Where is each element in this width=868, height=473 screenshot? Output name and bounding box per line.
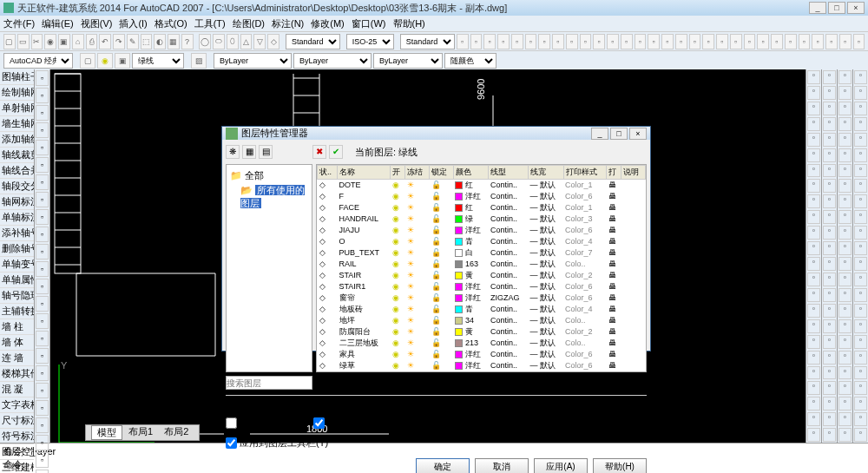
tool-button[interactable]: ▫ bbox=[838, 164, 852, 178]
tz-item[interactable]: 添补轴号 bbox=[0, 226, 34, 241]
toolbar-button[interactable]: ⎙ bbox=[86, 34, 98, 49]
tool-button[interactable]: ▫ bbox=[36, 348, 49, 364]
tool-button[interactable]: ▫ bbox=[36, 192, 49, 207]
toolbar-button[interactable]: ▫ bbox=[607, 34, 619, 49]
tool-button[interactable]: ▫ bbox=[838, 194, 852, 208]
filter-tree[interactable]: 📁 全部 📂 所有使用的图层 bbox=[226, 164, 312, 372]
tool-button[interactable]: ▫ bbox=[838, 179, 852, 193]
grid-header[interactable]: 状.. bbox=[318, 166, 338, 180]
tz-item[interactable]: 墙 柱 bbox=[0, 319, 34, 335]
tool-button[interactable]: ▫ bbox=[838, 319, 852, 333]
tool-button[interactable]: ▫ bbox=[823, 288, 836, 302]
tz-item[interactable]: 删除轴号 bbox=[0, 241, 34, 257]
tool-button[interactable]: ▫ bbox=[854, 428, 867, 442]
new-filter-icon[interactable]: ❋ bbox=[226, 145, 240, 159]
tool-button[interactable]: ▫ bbox=[36, 313, 49, 329]
tool-button[interactable]: ▫ bbox=[838, 304, 852, 318]
tool-button[interactable]: ▫ bbox=[36, 400, 49, 416]
tool-button[interactable]: ▫ bbox=[823, 226, 836, 240]
toolbar-combo[interactable]: Standard bbox=[400, 34, 455, 49]
toolbar-button[interactable]: ↷ bbox=[113, 34, 125, 49]
tool-button[interactable]: ▫ bbox=[838, 428, 852, 442]
state-icon[interactable]: ▤ bbox=[259, 145, 273, 159]
toolbar-button[interactable]: ▫ bbox=[689, 34, 701, 49]
tool-button[interactable]: ▫ bbox=[838, 86, 852, 100]
tz-item[interactable]: 文字表格 bbox=[0, 397, 34, 413]
dialog-max-button[interactable]: □ bbox=[610, 128, 628, 140]
toolbar-button[interactable]: ▫ bbox=[839, 34, 852, 49]
lock-icon[interactable]: ▣ bbox=[115, 53, 130, 69]
tool-button[interactable]: ▫ bbox=[854, 397, 867, 411]
menu-item[interactable]: 工具(T) bbox=[194, 17, 226, 30]
tool-button[interactable]: ▫ bbox=[823, 273, 836, 286]
toolbar-button[interactable]: ⬭ bbox=[213, 34, 225, 49]
toolbar-button[interactable]: ⌂ bbox=[72, 34, 84, 49]
grid-header[interactable]: 线宽 bbox=[528, 166, 563, 180]
toolbar-button[interactable]: ◐ bbox=[154, 34, 166, 49]
tool-button[interactable]: ▫ bbox=[838, 335, 852, 349]
tool-button[interactable]: ▫ bbox=[838, 288, 852, 302]
tool-button[interactable]: ▫ bbox=[823, 179, 836, 193]
layer-row[interactable]: ◇DOTE◉☀🔓 红Contin..— 默认Color_1🖶 bbox=[318, 180, 646, 192]
tool-button[interactable]: ▫ bbox=[838, 412, 852, 426]
tool-button[interactable]: ▫ bbox=[807, 397, 820, 411]
menu-item[interactable]: 插入(I) bbox=[119, 17, 147, 30]
layer-row[interactable]: ◇STAIR◉☀🔓 黄Contin..— 默认Color_2🖶 bbox=[318, 270, 646, 281]
toolbar-button[interactable]: ▫ bbox=[635, 34, 647, 49]
tool-button[interactable]: ▫ bbox=[823, 148, 836, 162]
tool-button[interactable]: ▫ bbox=[854, 86, 867, 100]
grid-header[interactable]: 名称 bbox=[338, 166, 391, 180]
layer-row[interactable]: ◇PUB_TEXT◉☀🔓 白Contin..— 默认Color_7🖶 bbox=[318, 247, 646, 259]
tool-button[interactable]: ▫ bbox=[854, 194, 867, 208]
tool-button[interactable]: ▫ bbox=[807, 351, 820, 365]
tz-item[interactable]: 轴段交分 bbox=[0, 179, 34, 194]
tool-button[interactable]: ▫ bbox=[838, 257, 852, 271]
tool-button[interactable]: ▫ bbox=[36, 209, 49, 225]
apply-button[interactable]: 应用(A) bbox=[534, 458, 588, 473]
tz-item[interactable]: 尺寸标注 bbox=[0, 413, 34, 429]
toolbar-button[interactable]: ▫ bbox=[812, 34, 824, 49]
tool-button[interactable]: ▫ bbox=[807, 304, 820, 318]
tool-button[interactable]: ▫ bbox=[36, 174, 49, 190]
grid-header[interactable]: 开 bbox=[391, 166, 405, 180]
tool-button[interactable]: ▫ bbox=[854, 381, 867, 395]
toolbar-button[interactable]: ▫ bbox=[702, 34, 714, 49]
toolbar-button[interactable]: ◯ bbox=[199, 34, 211, 49]
tool-button[interactable]: ▫ bbox=[854, 164, 867, 178]
toolbar-button[interactable]: ⬯ bbox=[227, 34, 239, 49]
tool-button[interactable]: ▫ bbox=[823, 366, 836, 380]
tool-button[interactable]: ▫ bbox=[854, 273, 867, 286]
bylayer-combo-3[interactable]: ByLayer bbox=[373, 53, 443, 69]
tool-button[interactable]: ▫ bbox=[807, 70, 820, 84]
tool-button[interactable]: ▫ bbox=[807, 86, 820, 100]
tool-button[interactable]: ▫ bbox=[854, 179, 867, 193]
tool-button[interactable]: ▫ bbox=[854, 70, 867, 84]
dialog-close-button[interactable]: × bbox=[629, 128, 647, 140]
tool-button[interactable]: ▫ bbox=[807, 164, 820, 178]
opt-invert[interactable]: 反转过滤器(I) bbox=[226, 417, 296, 430]
opt-inuse[interactable]: 指示正在使用的图层(U) bbox=[313, 417, 426, 430]
menu-item[interactable]: 标注(N) bbox=[272, 17, 304, 30]
toolbar-button[interactable]: ▫ bbox=[785, 34, 797, 49]
tz-item[interactable]: 楼梯其他 bbox=[0, 366, 34, 382]
tool-button[interactable]: ▫ bbox=[823, 117, 836, 131]
tool-button[interactable]: ▫ bbox=[838, 226, 852, 240]
tool-button[interactable]: ▫ bbox=[823, 351, 836, 365]
tool-button[interactable]: ▫ bbox=[823, 335, 836, 349]
layer-row[interactable]: ◇二三层地板◉☀🔓 213Contin..— 默认Colo..🖶 bbox=[318, 338, 646, 349]
tool-button[interactable]: ▫ bbox=[36, 70, 49, 86]
tool-button[interactable]: ▫ bbox=[854, 102, 867, 115]
tool-button[interactable]: ▫ bbox=[854, 351, 867, 365]
tool-button[interactable]: ▫ bbox=[838, 102, 852, 115]
tool-button[interactable]: ▫ bbox=[838, 148, 852, 162]
tool-button[interactable]: ▫ bbox=[854, 319, 867, 333]
toolbar-combo[interactable]: ISO-25 bbox=[346, 34, 394, 49]
layer-grid[interactable]: 状..名称开冻结锁定颜色线型线宽打印样式打说明 ◇DOTE◉☀🔓 红Contin… bbox=[316, 164, 647, 372]
tool-button[interactable]: ▫ bbox=[807, 257, 820, 271]
tool-x[interactable]: ▨ bbox=[191, 53, 207, 69]
tool-button[interactable]: ▫ bbox=[823, 70, 836, 84]
toolbar-button[interactable]: ✎ bbox=[127, 34, 139, 49]
toolbar-button[interactable]: ▫ bbox=[853, 34, 865, 49]
new-group-icon[interactable]: ▦ bbox=[242, 145, 256, 159]
tool-button[interactable]: ▫ bbox=[838, 381, 852, 395]
